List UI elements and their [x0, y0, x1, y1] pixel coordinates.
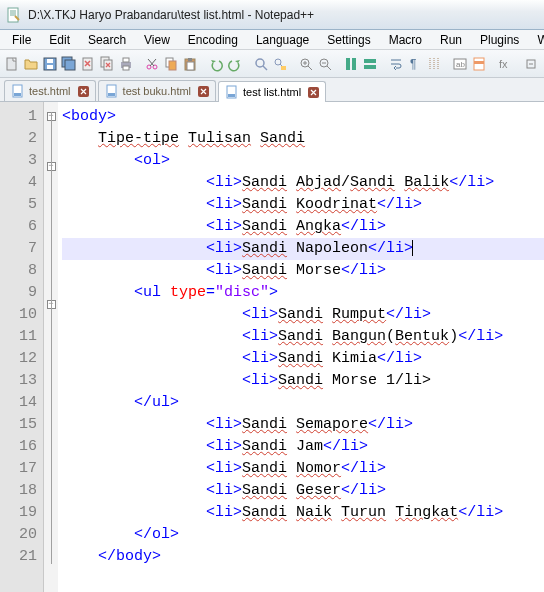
save-all-button[interactable] — [61, 54, 77, 74]
svg-rect-19 — [188, 58, 192, 61]
new-file-button[interactable] — [4, 54, 20, 74]
svg-rect-6 — [65, 60, 75, 70]
tab-label: test.html — [29, 85, 71, 97]
svg-rect-41 — [108, 93, 115, 96]
save-file-button[interactable] — [42, 54, 58, 74]
tab-label: test buku.html — [123, 85, 191, 97]
window-title: D:\X.TKJ Haryo Prabandaru\test list.html… — [28, 8, 538, 22]
undo-button[interactable] — [208, 54, 224, 74]
menu-edit[interactable]: Edit — [41, 31, 78, 49]
cut-button[interactable] — [144, 54, 160, 74]
sync-v-button[interactable] — [343, 54, 359, 74]
sync-h-button[interactable] — [362, 54, 378, 74]
redo-button[interactable] — [227, 54, 243, 74]
titlebar: D:\X.TKJ Haryo Prabandaru\test list.html… — [0, 0, 544, 30]
app-icon — [6, 7, 22, 23]
svg-rect-39 — [14, 93, 21, 96]
menu-encoding[interactable]: Encoding — [180, 31, 246, 49]
print-button[interactable] — [118, 54, 134, 74]
svg-rect-18 — [187, 62, 194, 70]
menu-view[interactable]: View — [136, 31, 178, 49]
code-area[interactable]: <body> Tipe-tipe Tulisan Sandi <ol> <li>… — [58, 102, 544, 592]
copy-button[interactable] — [163, 54, 179, 74]
svg-rect-27 — [364, 59, 376, 63]
indent-guide-button[interactable] — [426, 54, 442, 74]
zoom-in-button[interactable] — [298, 54, 314, 74]
close-icon[interactable] — [198, 86, 209, 97]
svg-rect-33 — [474, 61, 484, 64]
menu-plugins[interactable]: Plugins — [472, 31, 527, 49]
doc-map-button[interactable] — [471, 54, 487, 74]
tab-1[interactable]: test buku.html — [98, 80, 216, 101]
svg-rect-28 — [364, 65, 376, 69]
lang-button[interactable]: ab — [452, 54, 468, 74]
fold-gutter[interactable]: −−− — [44, 102, 58, 592]
file-icon — [225, 85, 239, 99]
menubar: FileEditSearchViewEncodingLanguageSettin… — [0, 30, 544, 50]
close-all-button[interactable] — [99, 54, 115, 74]
toolbar: ¶abfx — [0, 50, 544, 78]
menu-search[interactable]: Search — [80, 31, 134, 49]
close-icon[interactable] — [308, 87, 319, 98]
line-number-gutter: 123456789101112131415161718192021 — [0, 102, 44, 592]
svg-text:¶: ¶ — [410, 57, 416, 71]
file-icon — [11, 84, 25, 98]
svg-rect-22 — [281, 66, 286, 70]
paste-button[interactable] — [182, 54, 198, 74]
find-button[interactable] — [253, 54, 269, 74]
svg-point-20 — [256, 59, 264, 67]
svg-text:ab: ab — [456, 60, 465, 69]
tab-0[interactable]: test.html — [4, 80, 96, 101]
open-file-button[interactable] — [23, 54, 39, 74]
tab-label: test list.html — [243, 86, 301, 98]
menu-macro[interactable]: Macro — [381, 31, 430, 49]
wrap-button[interactable] — [388, 54, 404, 74]
close-icon[interactable] — [78, 86, 89, 97]
svg-rect-43 — [228, 94, 235, 97]
svg-rect-16 — [169, 61, 176, 70]
file-icon — [105, 84, 119, 98]
all-chars-button[interactable]: ¶ — [407, 54, 423, 74]
replace-button[interactable] — [272, 54, 288, 74]
svg-rect-4 — [47, 65, 53, 69]
menu-file[interactable]: File — [4, 31, 39, 49]
menu-window[interactable]: Window — [529, 31, 544, 49]
svg-rect-26 — [352, 58, 356, 70]
tab-2[interactable]: test list.html — [218, 81, 326, 102]
svg-rect-12 — [123, 66, 129, 70]
zoom-out-button[interactable] — [317, 54, 333, 74]
svg-rect-25 — [346, 58, 350, 70]
svg-text:fx: fx — [499, 58, 508, 70]
tabbar: test.htmltest buku.htmltest list.html — [0, 78, 544, 102]
menu-language[interactable]: Language — [248, 31, 317, 49]
close-file-button[interactable] — [80, 54, 96, 74]
fn-list-button[interactable]: fx — [497, 54, 513, 74]
menu-run[interactable]: Run — [432, 31, 470, 49]
editor[interactable]: 123456789101112131415161718192021 −−− <b… — [0, 102, 544, 592]
svg-rect-3 — [47, 59, 53, 63]
fold-all-button[interactable] — [523, 54, 539, 74]
menu-settings[interactable]: Settings — [319, 31, 378, 49]
svg-rect-11 — [123, 58, 129, 62]
